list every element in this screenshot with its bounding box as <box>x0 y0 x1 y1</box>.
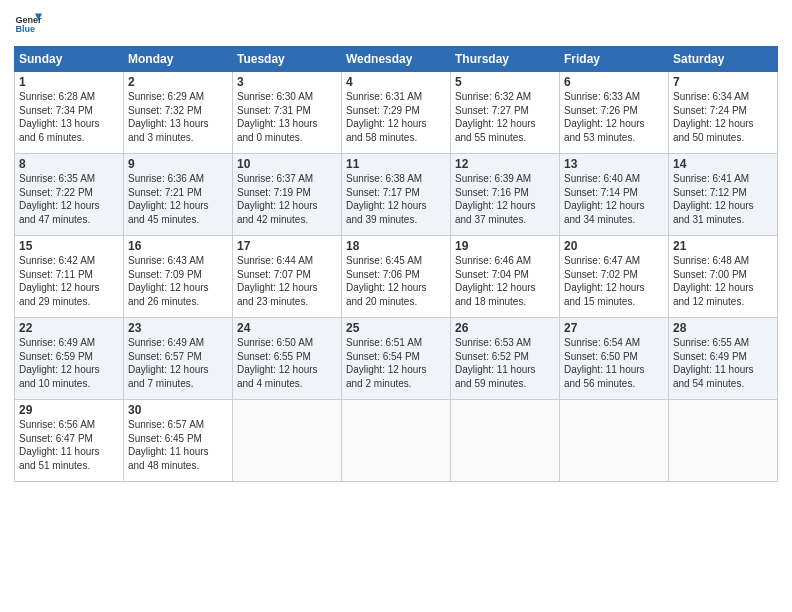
calendar-cell: 24Sunrise: 6:50 AM Sunset: 6:55 PM Dayli… <box>233 318 342 400</box>
cell-sun-info: Sunrise: 6:48 AM Sunset: 7:00 PM Dayligh… <box>673 254 773 308</box>
weekday-friday: Friday <box>560 47 669 72</box>
calendar-cell: 2Sunrise: 6:29 AM Sunset: 7:32 PM Daylig… <box>124 72 233 154</box>
weekday-sunday: Sunday <box>15 47 124 72</box>
calendar-cell: 18Sunrise: 6:45 AM Sunset: 7:06 PM Dayli… <box>342 236 451 318</box>
weekday-monday: Monday <box>124 47 233 72</box>
calendar-cell: 19Sunrise: 6:46 AM Sunset: 7:04 PM Dayli… <box>451 236 560 318</box>
cell-sun-info: Sunrise: 6:45 AM Sunset: 7:06 PM Dayligh… <box>346 254 446 308</box>
cell-sun-info: Sunrise: 6:54 AM Sunset: 6:50 PM Dayligh… <box>564 336 664 390</box>
cell-sun-info: Sunrise: 6:31 AM Sunset: 7:29 PM Dayligh… <box>346 90 446 144</box>
calendar-cell: 16Sunrise: 6:43 AM Sunset: 7:09 PM Dayli… <box>124 236 233 318</box>
calendar-cell: 14Sunrise: 6:41 AM Sunset: 7:12 PM Dayli… <box>669 154 778 236</box>
calendar-cell <box>669 400 778 482</box>
calendar-cell <box>451 400 560 482</box>
day-number: 2 <box>128 75 228 89</box>
day-number: 23 <box>128 321 228 335</box>
weekday-saturday: Saturday <box>669 47 778 72</box>
cell-sun-info: Sunrise: 6:30 AM Sunset: 7:31 PM Dayligh… <box>237 90 337 144</box>
day-number: 19 <box>455 239 555 253</box>
calendar-cell: 29Sunrise: 6:56 AM Sunset: 6:47 PM Dayli… <box>15 400 124 482</box>
cell-sun-info: Sunrise: 6:32 AM Sunset: 7:27 PM Dayligh… <box>455 90 555 144</box>
calendar-cell: 17Sunrise: 6:44 AM Sunset: 7:07 PM Dayli… <box>233 236 342 318</box>
week-row-5: 29Sunrise: 6:56 AM Sunset: 6:47 PM Dayli… <box>15 400 778 482</box>
cell-sun-info: Sunrise: 6:56 AM Sunset: 6:47 PM Dayligh… <box>19 418 119 472</box>
cell-sun-info: Sunrise: 6:33 AM Sunset: 7:26 PM Dayligh… <box>564 90 664 144</box>
weekday-wednesday: Wednesday <box>342 47 451 72</box>
cell-sun-info: Sunrise: 6:29 AM Sunset: 7:32 PM Dayligh… <box>128 90 228 144</box>
day-number: 14 <box>673 157 773 171</box>
calendar-cell: 11Sunrise: 6:38 AM Sunset: 7:17 PM Dayli… <box>342 154 451 236</box>
calendar-cell: 5Sunrise: 6:32 AM Sunset: 7:27 PM Daylig… <box>451 72 560 154</box>
cell-sun-info: Sunrise: 6:35 AM Sunset: 7:22 PM Dayligh… <box>19 172 119 226</box>
cell-sun-info: Sunrise: 6:40 AM Sunset: 7:14 PM Dayligh… <box>564 172 664 226</box>
cell-sun-info: Sunrise: 6:51 AM Sunset: 6:54 PM Dayligh… <box>346 336 446 390</box>
week-row-3: 15Sunrise: 6:42 AM Sunset: 7:11 PM Dayli… <box>15 236 778 318</box>
calendar-cell: 30Sunrise: 6:57 AM Sunset: 6:45 PM Dayli… <box>124 400 233 482</box>
calendar-cell: 10Sunrise: 6:37 AM Sunset: 7:19 PM Dayli… <box>233 154 342 236</box>
cell-sun-info: Sunrise: 6:34 AM Sunset: 7:24 PM Dayligh… <box>673 90 773 144</box>
day-number: 6 <box>564 75 664 89</box>
cell-sun-info: Sunrise: 6:44 AM Sunset: 7:07 PM Dayligh… <box>237 254 337 308</box>
week-row-2: 8Sunrise: 6:35 AM Sunset: 7:22 PM Daylig… <box>15 154 778 236</box>
day-number: 15 <box>19 239 119 253</box>
calendar-cell: 3Sunrise: 6:30 AM Sunset: 7:31 PM Daylig… <box>233 72 342 154</box>
calendar-cell: 9Sunrise: 6:36 AM Sunset: 7:21 PM Daylig… <box>124 154 233 236</box>
calendar-cell <box>342 400 451 482</box>
cell-sun-info: Sunrise: 6:49 AM Sunset: 6:57 PM Dayligh… <box>128 336 228 390</box>
logo-icon: General Blue <box>14 10 42 38</box>
calendar-cell: 28Sunrise: 6:55 AM Sunset: 6:49 PM Dayli… <box>669 318 778 400</box>
cell-sun-info: Sunrise: 6:50 AM Sunset: 6:55 PM Dayligh… <box>237 336 337 390</box>
calendar-cell: 20Sunrise: 6:47 AM Sunset: 7:02 PM Dayli… <box>560 236 669 318</box>
day-number: 25 <box>346 321 446 335</box>
cell-sun-info: Sunrise: 6:57 AM Sunset: 6:45 PM Dayligh… <box>128 418 228 472</box>
weekday-header-row: SundayMondayTuesdayWednesdayThursdayFrid… <box>15 47 778 72</box>
cell-sun-info: Sunrise: 6:37 AM Sunset: 7:19 PM Dayligh… <box>237 172 337 226</box>
day-number: 10 <box>237 157 337 171</box>
svg-text:Blue: Blue <box>15 24 35 34</box>
day-number: 18 <box>346 239 446 253</box>
cell-sun-info: Sunrise: 6:46 AM Sunset: 7:04 PM Dayligh… <box>455 254 555 308</box>
day-number: 29 <box>19 403 119 417</box>
day-number: 7 <box>673 75 773 89</box>
cell-sun-info: Sunrise: 6:36 AM Sunset: 7:21 PM Dayligh… <box>128 172 228 226</box>
day-number: 11 <box>346 157 446 171</box>
cell-sun-info: Sunrise: 6:47 AM Sunset: 7:02 PM Dayligh… <box>564 254 664 308</box>
day-number: 21 <box>673 239 773 253</box>
day-number: 30 <box>128 403 228 417</box>
day-number: 27 <box>564 321 664 335</box>
day-number: 12 <box>455 157 555 171</box>
weekday-tuesday: Tuesday <box>233 47 342 72</box>
day-number: 20 <box>564 239 664 253</box>
calendar-cell: 25Sunrise: 6:51 AM Sunset: 6:54 PM Dayli… <box>342 318 451 400</box>
calendar-cell <box>233 400 342 482</box>
cell-sun-info: Sunrise: 6:42 AM Sunset: 7:11 PM Dayligh… <box>19 254 119 308</box>
cell-sun-info: Sunrise: 6:49 AM Sunset: 6:59 PM Dayligh… <box>19 336 119 390</box>
calendar-cell: 27Sunrise: 6:54 AM Sunset: 6:50 PM Dayli… <box>560 318 669 400</box>
day-number: 1 <box>19 75 119 89</box>
logo: General Blue <box>14 10 42 38</box>
calendar-cell: 13Sunrise: 6:40 AM Sunset: 7:14 PM Dayli… <box>560 154 669 236</box>
calendar-cell: 23Sunrise: 6:49 AM Sunset: 6:57 PM Dayli… <box>124 318 233 400</box>
calendar-cell: 6Sunrise: 6:33 AM Sunset: 7:26 PM Daylig… <box>560 72 669 154</box>
day-number: 17 <box>237 239 337 253</box>
calendar-cell <box>560 400 669 482</box>
day-number: 22 <box>19 321 119 335</box>
day-number: 5 <box>455 75 555 89</box>
week-row-1: 1Sunrise: 6:28 AM Sunset: 7:34 PM Daylig… <box>15 72 778 154</box>
day-number: 4 <box>346 75 446 89</box>
day-number: 28 <box>673 321 773 335</box>
calendar-cell: 1Sunrise: 6:28 AM Sunset: 7:34 PM Daylig… <box>15 72 124 154</box>
day-number: 9 <box>128 157 228 171</box>
calendar-cell: 21Sunrise: 6:48 AM Sunset: 7:00 PM Dayli… <box>669 236 778 318</box>
cell-sun-info: Sunrise: 6:53 AM Sunset: 6:52 PM Dayligh… <box>455 336 555 390</box>
day-number: 16 <box>128 239 228 253</box>
day-number: 13 <box>564 157 664 171</box>
calendar-cell: 15Sunrise: 6:42 AM Sunset: 7:11 PM Dayli… <box>15 236 124 318</box>
cell-sun-info: Sunrise: 6:55 AM Sunset: 6:49 PM Dayligh… <box>673 336 773 390</box>
cell-sun-info: Sunrise: 6:28 AM Sunset: 7:34 PM Dayligh… <box>19 90 119 144</box>
weekday-thursday: Thursday <box>451 47 560 72</box>
day-number: 26 <box>455 321 555 335</box>
calendar-cell: 26Sunrise: 6:53 AM Sunset: 6:52 PM Dayli… <box>451 318 560 400</box>
cell-sun-info: Sunrise: 6:41 AM Sunset: 7:12 PM Dayligh… <box>673 172 773 226</box>
page-container: General Blue SundayMondayTuesdayWednesda… <box>0 0 792 488</box>
